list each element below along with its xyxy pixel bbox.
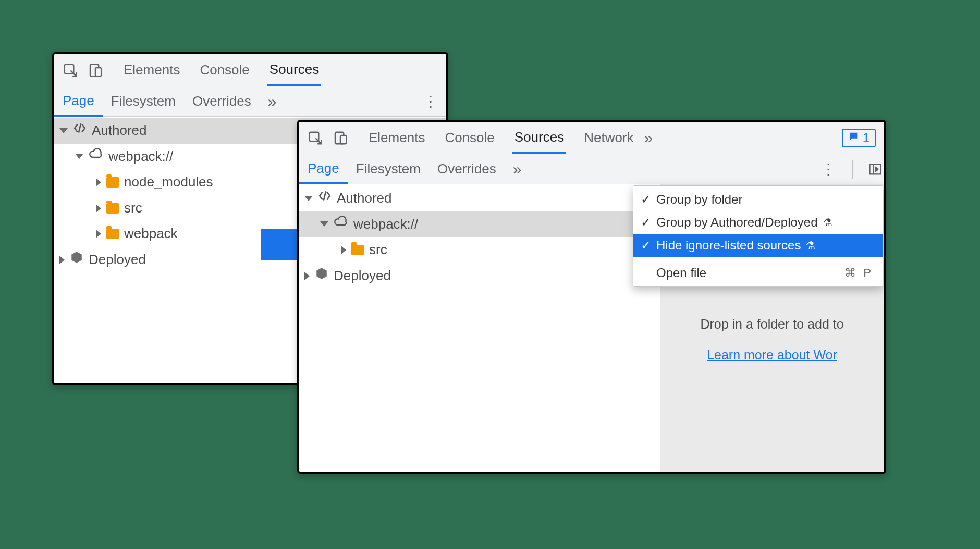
caret-down-icon [304, 196, 313, 201]
tree-node-webpack[interactable]: webpack:// [299, 211, 643, 238]
tree-node-folder[interactable]: src [299, 237, 643, 263]
svg-rect-6 [340, 135, 346, 144]
more-tabs-icon[interactable]: » [644, 129, 653, 147]
tree-label: webpack:// [108, 146, 173, 168]
box-icon [70, 249, 83, 271]
sources-context-menu: ✓ Group by folder ✓ Group by Authored/De… [633, 185, 883, 287]
caret-right-icon [96, 178, 101, 186]
tree-label: node_modules [124, 171, 213, 193]
link-label: Learn more about Wor [707, 347, 837, 362]
device-toggle-icon[interactable] [87, 61, 104, 79]
caret-down-icon [320, 221, 328, 227]
subtab-label: Filesystem [356, 161, 421, 177]
menu-hide-ignore-listed[interactable]: ✓ Hide ignore-listed sources ⚗ [633, 234, 883, 257]
caret-right-icon [341, 246, 346, 254]
menu-label: Group by folder [656, 192, 742, 207]
tab-label: Console [445, 130, 494, 146]
tree-node-deployed[interactable]: Deployed [299, 263, 643, 289]
tab-elements[interactable]: Elements [366, 122, 427, 154]
tree-label: webpack:// [353, 214, 418, 235]
folder-icon [106, 229, 119, 239]
main-tabs: Elements Console Sources [121, 54, 321, 86]
sub-toolbar: Page Filesystem Overrides » ⋮ [54, 86, 446, 117]
subtab-label: Overrides [437, 161, 496, 177]
tab-console[interactable]: Console [198, 54, 251, 86]
caret-down-icon [75, 154, 83, 159]
subtab-overrides[interactable]: Overrides [184, 86, 260, 116]
device-toggle-icon[interactable] [332, 129, 349, 147]
inspect-icon[interactable] [62, 61, 79, 79]
check-icon: ✓ [641, 215, 651, 230]
toolbar-separator [113, 61, 113, 80]
menu-separator [633, 259, 883, 259]
tree-label: Deployed [334, 265, 391, 287]
box-icon [315, 265, 328, 287]
caret-down-icon [59, 128, 68, 133]
cloud-icon [334, 214, 348, 235]
subtab-overrides[interactable]: Overrides [429, 154, 505, 184]
kebab-menu-icon[interactable]: ⋮ [415, 93, 446, 110]
subtab-page[interactable]: Page [299, 155, 348, 184]
tree-node-authored[interactable]: Authored [299, 185, 643, 211]
tree-label: webpack [124, 223, 178, 245]
tab-console[interactable]: Console [443, 122, 496, 154]
folder-icon [106, 177, 119, 188]
code-brackets-icon [73, 120, 87, 142]
tab-label: Network [584, 130, 633, 146]
subtab-label: Page [63, 93, 94, 109]
inspect-icon[interactable] [307, 129, 324, 147]
cloud-icon [89, 146, 103, 168]
top-toolbar: Elements Console Sources Network » 1 [299, 122, 884, 154]
kebab-menu-icon[interactable]: ⋮ [813, 160, 844, 178]
subtab-page[interactable]: Page [54, 87, 103, 117]
flask-icon: ⚗ [806, 239, 815, 252]
check-icon: ✓ [641, 238, 651, 253]
file-tree: Authored webpack:// src Deployed [299, 184, 643, 289]
chat-icon [848, 131, 860, 145]
more-tabs-icon[interactable]: » [268, 93, 277, 110]
messages-chip[interactable]: 1 [842, 129, 876, 147]
subtab-filesystem[interactable]: Filesystem [348, 154, 429, 184]
menu-label: Hide ignore-listed sources [656, 238, 801, 253]
menu-group-by-folder[interactable]: ✓ Group by folder [633, 188, 883, 211]
file-tree-panel: Authored webpack:// src Deployed [299, 184, 884, 474]
collapse-panel-icon[interactable] [866, 160, 884, 178]
tab-label: Console [200, 62, 249, 78]
tree-label: src [124, 197, 142, 219]
toolbar-separator [852, 160, 853, 179]
tree-label: src [369, 239, 387, 261]
learn-more-link[interactable]: Learn more about Wor [707, 347, 837, 362]
sub-toolbar: Page Filesystem Overrides » ⋮ [299, 154, 884, 184]
tab-network[interactable]: Network [582, 122, 635, 154]
menu-label: Open file [656, 266, 706, 280]
tab-elements[interactable]: Elements [121, 54, 182, 86]
tree-label: Authored [337, 188, 392, 209]
caret-right-icon [304, 272, 310, 280]
menu-group-by-authored-deployed[interactable]: ✓ Group by Authored/Deployed ⚗ [633, 211, 883, 234]
tree-label: Deployed [89, 249, 146, 271]
check-icon: ✓ [641, 192, 651, 207]
folder-icon [106, 203, 119, 214]
subtab-label: Page [308, 160, 339, 177]
tab-sources[interactable]: Sources [267, 55, 321, 86]
messages-count: 1 [863, 131, 869, 145]
menu-open-file[interactable]: Open file ⌘ P [633, 261, 883, 284]
tab-label: Sources [270, 61, 319, 78]
caret-right-icon [59, 256, 65, 264]
tree-label: Authored [92, 120, 147, 142]
top-toolbar: Elements Console Sources [54, 54, 446, 86]
folder-icon [351, 245, 364, 255]
caret-right-icon [96, 204, 101, 213]
main-tabs: Elements Console Sources Network [366, 122, 636, 154]
more-tabs-icon[interactable]: » [513, 160, 522, 178]
flask-icon: ⚗ [823, 216, 832, 229]
subtab-label: Overrides [192, 93, 251, 109]
tab-sources[interactable]: Sources [512, 122, 566, 154]
tab-label: Elements [369, 130, 425, 146]
code-brackets-icon [318, 188, 332, 209]
menu-label: Group by Authored/Deployed [656, 215, 818, 230]
subtab-filesystem[interactable]: Filesystem [103, 86, 184, 116]
caret-right-icon [96, 230, 101, 238]
svg-rect-2 [95, 68, 101, 76]
tab-label: Elements [124, 62, 180, 78]
